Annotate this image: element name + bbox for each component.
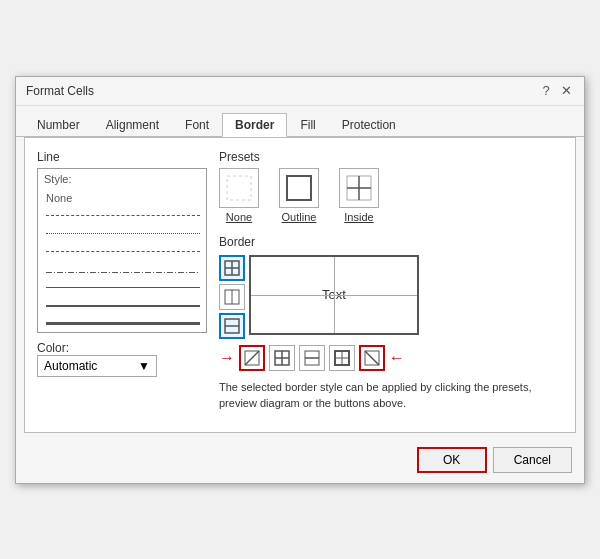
preset-outline-label[interactable]: Outline [282, 211, 317, 223]
line-option-solid-thick[interactable] [44, 315, 200, 333]
tab-alignment[interactable]: Alignment [93, 113, 172, 137]
border-section-label: Border [219, 235, 563, 249]
border-btn-diagonal-slash[interactable] [239, 345, 265, 371]
border-btn-top-left[interactable] [219, 255, 245, 281]
color-row: Color: [37, 341, 207, 355]
line-dash-preview [46, 251, 200, 252]
tab-number[interactable]: Number [24, 113, 93, 137]
color-value: Automatic [44, 359, 97, 373]
color-dropdown-arrow: ▼ [138, 359, 150, 373]
line-option-none[interactable]: None [44, 189, 200, 207]
color-select[interactable]: Automatic ▼ [37, 355, 157, 377]
help-button[interactable]: ? [538, 83, 554, 99]
preset-outline[interactable]: Outline [279, 168, 319, 223]
tab-bar: Number Alignment Font Border Fill Protec… [16, 106, 584, 137]
border-btn-diagonal-backslash[interactable] [359, 345, 385, 371]
line-solid-medium-preview [46, 305, 200, 307]
cancel-button[interactable]: Cancel [493, 447, 572, 473]
color-label: Color: [37, 341, 69, 355]
tab-content: Line Style: None [24, 137, 576, 433]
preset-none-label[interactable]: None [226, 211, 252, 223]
preview-text: Text [322, 287, 346, 302]
preset-none-svg [223, 172, 255, 204]
ok-button[interactable]: OK [417, 447, 487, 473]
border-preview-container: Text [249, 255, 419, 339]
tab-protection[interactable]: Protection [329, 113, 409, 137]
left-arrow-icon: → [219, 349, 235, 367]
line-section-label: Line [37, 150, 207, 164]
left-panel: Line Style: None [37, 150, 207, 420]
preset-inside-label[interactable]: Inside [344, 211, 373, 223]
border-btn-outer[interactable] [329, 345, 355, 371]
svg-line-23 [365, 351, 379, 365]
dialog-title: Format Cells [26, 84, 94, 98]
border-btn-bottom-left[interactable] [219, 313, 245, 339]
line-solid-thin-preview [46, 287, 200, 288]
preset-none[interactable]: None [219, 168, 259, 223]
preset-outline-icon[interactable] [279, 168, 319, 208]
right-panel: Presets None [219, 150, 563, 420]
border-btn-mid-left[interactable] [219, 284, 245, 310]
style-label: Style: [44, 173, 200, 185]
svg-rect-1 [287, 176, 311, 200]
tab-border[interactable]: Border [222, 113, 287, 137]
preset-outline-svg [283, 172, 315, 204]
line-none-label: None [44, 192, 72, 204]
border-preview[interactable]: Text [249, 255, 419, 335]
tab-fill[interactable]: Fill [287, 113, 328, 137]
content-inner: Line Style: None [37, 150, 563, 420]
presets-row: None Outline [219, 168, 563, 223]
line-option-solid-thin[interactable] [44, 279, 200, 297]
border-controls: Text [219, 255, 563, 339]
preset-inside-svg [343, 172, 375, 204]
tab-font[interactable]: Font [172, 113, 222, 137]
line-style-box: Style: None [37, 168, 207, 333]
border-btn-inner-h[interactable] [299, 345, 325, 371]
right-arrow-icon: ← [389, 349, 405, 367]
line-solid-thick-preview [46, 322, 200, 325]
title-bar: Format Cells ? ✕ [16, 77, 584, 106]
left-border-buttons [219, 255, 245, 339]
border-btn-all[interactable] [269, 345, 295, 371]
line-option-dot[interactable] [44, 225, 200, 243]
title-bar-buttons: ? ✕ [538, 83, 574, 99]
line-dot-preview [46, 233, 200, 234]
close-button[interactable]: ✕ [558, 83, 574, 99]
preset-inside-icon[interactable] [339, 168, 379, 208]
preset-inside[interactable]: Inside [339, 168, 379, 223]
line-option-dotdash[interactable] [44, 207, 200, 225]
line-option-solid-medium[interactable] [44, 297, 200, 315]
preset-none-icon[interactable] [219, 168, 259, 208]
dialog-footer: OK Cancel [16, 441, 584, 483]
bottom-border-row: → ← [219, 345, 563, 371]
svg-rect-0 [227, 176, 251, 200]
presets-label: Presets [219, 150, 563, 164]
hint-text: The selected border style can be applied… [219, 379, 563, 412]
line-option-dashdot[interactable] [44, 261, 200, 279]
format-cells-dialog: Format Cells ? ✕ Number Alignment Font B… [15, 76, 585, 484]
svg-line-13 [245, 351, 259, 365]
line-option-dash[interactable] [44, 243, 200, 261]
line-dotdash-preview [46, 215, 200, 216]
line-dashdot-preview [46, 272, 200, 273]
